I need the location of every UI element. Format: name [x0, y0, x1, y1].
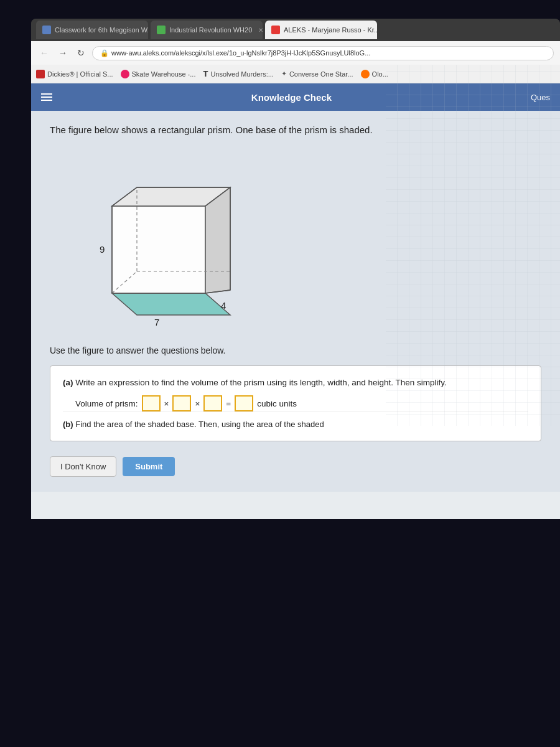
times-1: ×	[164, 399, 169, 408]
volume-row: Volume of prism: × × = cubic units	[75, 395, 528, 411]
times-2: ×	[195, 399, 200, 408]
hamburger-menu[interactable]	[41, 93, 52, 101]
prism-figure: 9 7 4	[62, 156, 261, 333]
tab-bar: Classwork for 6th Meggison W... Industri…	[31, 19, 560, 41]
page-title: Knowledge Check	[251, 92, 332, 103]
use-figure-text: Use the figure to answer the questions b…	[50, 345, 541, 355]
tab3-label: ALEKS - Maryjane Russo - Kr...	[284, 26, 377, 34]
bookmark-unsolved-label: Unsolved Murders:...	[210, 70, 273, 78]
bookmark-unsolved[interactable]: T Unsolved Murders:...	[203, 69, 273, 78]
tab2-label: Industrial Revolution WH20	[169, 26, 252, 34]
part-b-label: (b)	[63, 420, 73, 429]
dont-know-button[interactable]: I Don't Know	[50, 456, 116, 477]
cubic-units-label: cubic units	[257, 399, 297, 408]
bookmark-skate-label: Skate Warehouse -...	[132, 70, 196, 78]
volume-input-2[interactable]	[172, 395, 191, 411]
bookmark-olo-label: Olo...	[372, 70, 388, 78]
hamburger-line3	[41, 100, 52, 101]
part-a-label: (a)	[63, 378, 73, 387]
tab-classwork[interactable]: Classwork for 6th Meggison W...	[36, 21, 148, 39]
part-a-text: (a) Write an expression to find the volu…	[63, 376, 528, 390]
part-b-section: (b) Find the area of the shaded base. Th…	[63, 411, 528, 431]
hamburger-line1	[41, 93, 52, 95]
bookmark-converse[interactable]: ✦ Converse One Star...	[281, 70, 353, 78]
address-bar: ← → ↻ 🔒 www-awu.aleks.com/alekscgi/x/lsl…	[31, 41, 560, 65]
volume-label: Volume of prism:	[75, 399, 138, 408]
dim-width-label: 7	[154, 317, 159, 327]
tab2-close-icon[interactable]: ✕	[258, 27, 263, 34]
tab1-icon	[42, 26, 51, 34]
browser-window: Classwork for 6th Meggison W... Industri…	[31, 19, 560, 519]
main-content: Knowledge Check Ques The figure below sh…	[31, 83, 560, 519]
answer-section: (a) Write an expression to find the volu…	[50, 365, 541, 441]
bookmark-olo-icon	[361, 70, 370, 78]
question-counter: Ques	[531, 93, 550, 102]
url-input[interactable]: 🔒 www-awu.aleks.com/alekscgi/x/lsl.exe/1…	[92, 46, 554, 60]
volume-input-3[interactable]	[203, 395, 222, 411]
aleks-header: Knowledge Check Ques	[31, 83, 560, 111]
part-b-description: Find the area of the shaded base. Then, …	[75, 420, 324, 429]
tab1-label: Classwork for 6th Meggison W...	[55, 26, 148, 34]
volume-input-1[interactable]	[142, 395, 161, 411]
dim-height-label: 9	[100, 244, 105, 255]
tab3-icon	[271, 26, 280, 34]
bookmark-olo[interactable]: Olo...	[361, 70, 388, 78]
svg-marker-1	[112, 206, 205, 293]
tab2-icon	[157, 26, 166, 34]
svg-marker-0	[112, 293, 230, 315]
refresh-button[interactable]: ↻	[75, 47, 87, 59]
bookmark-dickies-icon	[36, 70, 45, 78]
equals-sign: =	[226, 399, 231, 408]
tab-aleks[interactable]: ALEKS - Maryjane Russo - Kr...	[265, 21, 377, 39]
bookmarks-bar: Dickies® | Official S... Skate Warehouse…	[31, 65, 560, 83]
dim-depth-label: 4	[221, 300, 226, 311]
question-intro: The figure below shows a rectangular pri…	[50, 123, 541, 138]
button-row: I Don't Know Submit	[50, 451, 541, 479]
bookmark-converse-label: Converse One Star...	[289, 70, 353, 78]
part-a-description: Write an expression to find the volume o…	[75, 378, 447, 387]
forward-button[interactable]: →	[56, 47, 70, 59]
bookmark-dickies[interactable]: Dickies® | Official S...	[36, 70, 113, 78]
question-area: The figure below shows a rectangular pri…	[31, 111, 560, 492]
lock-icon: 🔒	[100, 49, 109, 57]
back-button[interactable]: ←	[37, 47, 51, 59]
bookmark-converse-icon: ✦	[281, 70, 287, 78]
bookmark-skate[interactable]: Skate Warehouse -...	[121, 70, 196, 78]
volume-result-input[interactable]	[235, 395, 253, 411]
bookmark-skate-icon	[121, 70, 129, 78]
bookmark-dickies-label: Dickies® | Official S...	[47, 70, 113, 78]
bookmark-unsolved-icon: T	[203, 69, 208, 78]
url-text: www-awu.aleks.com/alekscgi/x/lsl.exe/1o_…	[111, 49, 370, 57]
tab-industrial[interactable]: Industrial Revolution WH20 ✕	[151, 21, 263, 39]
submit-button[interactable]: Submit	[123, 457, 175, 476]
hamburger-line2	[41, 96, 52, 98]
prism-svg: 9 7 4	[62, 156, 261, 331]
